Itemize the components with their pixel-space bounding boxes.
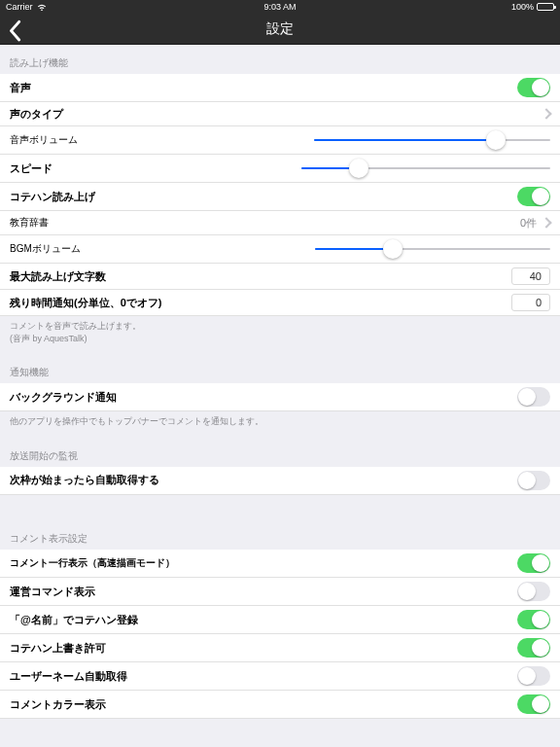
chevron-icon <box>541 108 551 119</box>
row-voice: 音声 <box>0 74 560 102</box>
row-overwrite: コテハン上書き許可 <box>0 634 560 662</box>
back-button[interactable] <box>8 19 21 39</box>
label-voice-volume: 音声ボリューム <box>10 133 78 147</box>
label-voice: 音声 <box>10 81 31 95</box>
label-overwrite: コテハン上書き許可 <box>10 641 106 656</box>
label-edu-dict: 教育辞書 <box>10 216 49 230</box>
battery-pct: 100% <box>511 2 534 12</box>
label-auto-fetch: 次枠が始まったら自動取得する <box>10 473 159 487</box>
slider-speed[interactable] <box>301 159 550 178</box>
row-one-line: コメント一行表示（高速描画モード） <box>0 550 560 578</box>
label-max-chars: 最大読み上げ文字数 <box>10 269 106 284</box>
label-comment-color: コメントカラー表示 <box>10 697 106 712</box>
footer-speech-2: (音声 by AquesTalk) <box>10 333 550 345</box>
toggle-voice[interactable] <box>517 78 550 97</box>
carrier-label: Carrier <box>6 2 33 12</box>
label-at-name: 「@名前」でコテハン登録 <box>10 613 138 627</box>
row-edu-dict[interactable]: 教育辞書 0件 <box>0 211 560 235</box>
toggle-auto-fetch[interactable] <box>517 471 550 490</box>
status-time: 9:03 AM <box>263 2 296 12</box>
footer-comment-disp <box>0 719 560 745</box>
section-header-speech: 読み上げ機能 <box>0 45 560 74</box>
row-comment-color: コメントカラー表示 <box>0 691 560 719</box>
label-username-auto: ユーザーネーム自動取得 <box>10 669 127 684</box>
section-header-monitor: 放送開始の監視 <box>0 438 560 467</box>
row-remain-notify: 残り時間通知(分単位、0でオフ) 0 <box>0 290 560 316</box>
toggle-op-cmd[interactable] <box>517 582 550 601</box>
toggle-at-name[interactable] <box>517 610 550 629</box>
label-kotehan-read: コテハン読み上げ <box>10 190 95 204</box>
label-remain-notify: 残り時間通知(分単位、0でオフ) <box>10 296 161 310</box>
footer-speech: コメントを音声で読み上げます。 (音声 by AquesTalk) <box>0 316 560 354</box>
label-bg-notify: バックグラウンド通知 <box>10 390 117 405</box>
section-header-comment-disp: コメント表示設定 <box>0 520 560 550</box>
label-op-cmd: 運営コマンド表示 <box>10 585 95 599</box>
toggle-comment-color[interactable] <box>517 694 550 714</box>
status-bar: Carrier 9:03 AM 100% <box>0 0 560 14</box>
row-speed: スピード <box>0 155 560 183</box>
row-voice-type[interactable]: 声のタイプ <box>0 102 560 126</box>
row-bg-notify: バックグラウンド通知 <box>0 383 560 411</box>
row-bgm-volume: BGMボリューム <box>0 235 560 264</box>
footer-monitor <box>0 495 560 521</box>
row-op-cmd: 運営コマンド表示 <box>0 578 560 606</box>
row-auto-fetch: 次枠が始まったら自動取得する <box>0 467 560 495</box>
row-max-chars: 最大読み上げ文字数 40 <box>0 264 560 290</box>
toggle-bg-notify[interactable] <box>517 387 550 407</box>
label-speed: スピード <box>10 161 52 176</box>
battery-icon <box>537 3 554 11</box>
input-remain-notify[interactable]: 0 <box>511 294 550 311</box>
toggle-overwrite[interactable] <box>517 638 550 658</box>
row-at-name: 「@名前」でコテハン登録 <box>0 606 560 634</box>
nav-bar: 設定 <box>0 14 560 45</box>
input-max-chars[interactable]: 40 <box>511 267 550 285</box>
label-voice-type: 声のタイプ <box>10 107 63 122</box>
value-edu-dict: 0件 <box>520 216 537 231</box>
toggle-kotehan-read[interactable] <box>517 187 550 206</box>
footer-speech-1: コメントを音声で読み上げます。 <box>10 320 550 333</box>
settings-scroll[interactable]: 読み上げ機能 音声 声のタイプ 音声ボリューム スピード コテハン読み上げ 教育… <box>0 45 560 747</box>
label-one-line: コメント一行表示（高速描画モード） <box>10 556 175 570</box>
row-kotehan-read: コテハン読み上げ <box>0 183 560 211</box>
toggle-one-line[interactable] <box>517 553 550 573</box>
label-bgm-volume: BGMボリューム <box>10 242 81 256</box>
footer-notify: 他のアプリを操作中でもトップバナーでコメントを通知します。 <box>0 411 560 438</box>
page-title: 設定 <box>0 20 560 38</box>
slider-voice-volume[interactable] <box>314 130 550 150</box>
section-header-notify: 通知機能 <box>0 354 560 383</box>
wifi-icon <box>37 3 47 11</box>
toggle-username-auto[interactable] <box>517 666 550 686</box>
chevron-icon <box>541 217 551 228</box>
row-voice-volume: 音声ボリューム <box>0 126 560 155</box>
row-username-auto: ユーザーネーム自動取得 <box>0 662 560 691</box>
slider-bgm-volume[interactable] <box>315 239 550 259</box>
